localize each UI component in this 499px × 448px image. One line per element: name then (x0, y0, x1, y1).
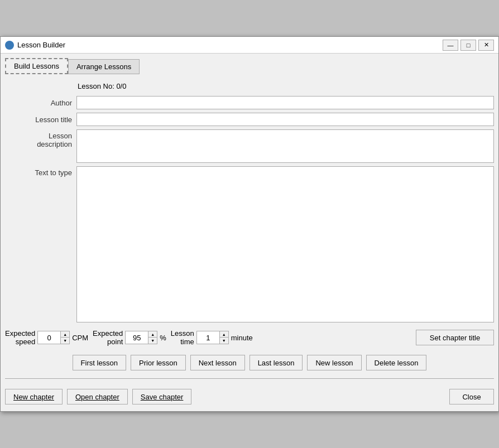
next-lesson-button[interactable]: Next lesson (190, 355, 245, 370)
tab-build-lessons[interactable]: Build Lessons (5, 58, 68, 74)
lesson-time-group: Lesson time ▲ ▼ minute (171, 329, 253, 346)
last-lesson-label: Last lesson (258, 359, 295, 367)
cpm-label: CPM (72, 334, 88, 342)
close-button-wrapper: Close (449, 389, 494, 404)
main-window: Lesson Builder — □ ✕ Build Lessons Arran… (0, 36, 499, 412)
new-lesson-button[interactable]: New lesson (307, 355, 361, 370)
expected-speed-input[interactable] (38, 331, 60, 344)
last-lesson-button[interactable]: Last lesson (250, 355, 303, 370)
open-chapter-label: Open chapter (75, 393, 119, 401)
close-label: Close (462, 393, 481, 401)
expected-point-group: Expected point ▲ ▼ % (93, 329, 166, 346)
lesson-description-label: Lesson description (5, 129, 72, 148)
chapter-row: New chapter Open chapter Save chapter Cl… (5, 384, 494, 407)
expected-point-up-button[interactable]: ▲ (148, 331, 157, 338)
lesson-description-row: Lesson description (5, 129, 494, 163)
expected-speed-spinner-buttons: ▲ ▼ (60, 331, 69, 344)
lesson-description-input[interactable] (76, 129, 494, 163)
author-input[interactable] (76, 96, 494, 109)
delete-lesson-label: Delete lesson (375, 359, 419, 367)
expected-point-down-button[interactable]: ▼ (148, 338, 157, 344)
delete-lesson-button[interactable]: Delete lesson (366, 355, 427, 370)
lesson-no-label: Lesson No: (78, 82, 114, 90)
expected-speed-down-button[interactable]: ▼ (60, 338, 69, 344)
prior-lesson-button[interactable]: Prior lesson (131, 355, 186, 370)
set-chapter-title-button[interactable]: Set chapter title (416, 330, 494, 345)
content-area: Build Lessons Arrange Lessons Lesson No:… (1, 54, 498, 411)
text-to-type-label: Text to type (5, 166, 72, 177)
lesson-time-spinner-buttons: ▲ ▼ (219, 331, 228, 344)
expected-point-label: Expected point (93, 329, 123, 346)
prior-lesson-label: Prior lesson (139, 359, 177, 367)
close-button[interactable]: Close (449, 389, 494, 404)
lesson-time-up-button[interactable]: ▲ (219, 331, 228, 338)
tab-bar: Build Lessons Arrange Lessons (5, 58, 494, 74)
app-icon (5, 41, 14, 50)
minimize-button[interactable]: — (443, 40, 458, 51)
new-chapter-label: New chapter (13, 393, 54, 401)
tab-arrange-lessons[interactable]: Arrange Lessons (68, 59, 140, 74)
first-lesson-button[interactable]: First lesson (73, 355, 126, 370)
lesson-time-down-button[interactable]: ▼ (219, 338, 228, 344)
lesson-no-row: Lesson No: 0/0 (5, 80, 494, 93)
lesson-time-label: Lesson time (171, 329, 194, 346)
open-chapter-button[interactable]: Open chapter (67, 389, 128, 404)
expected-point-spinner-buttons: ▲ ▼ (148, 331, 157, 344)
lesson-time-input[interactable] (197, 331, 219, 344)
controls-row: Expected speed ▲ ▼ CPM Expected point ▲ (5, 326, 494, 349)
expected-speed-up-button[interactable]: ▲ (60, 331, 69, 338)
window-title: Lesson Builder (17, 41, 443, 49)
expected-speed-label: Expected speed (5, 329, 35, 346)
expected-speed-group: Expected speed ▲ ▼ CPM (5, 329, 88, 346)
author-row: Author (5, 96, 494, 109)
author-label: Author (5, 99, 72, 107)
lesson-time-spinner: ▲ ▼ (196, 331, 229, 344)
new-lesson-label: New lesson (315, 359, 353, 367)
next-lesson-label: Next lesson (199, 359, 237, 367)
text-to-type-input[interactable] (76, 166, 494, 322)
lesson-no-value: 0/0 (116, 82, 126, 90)
expected-point-spinner: ▲ ▼ (125, 331, 157, 344)
minute-label: minute (231, 334, 253, 342)
lesson-title-input[interactable] (76, 113, 494, 126)
maximize-button[interactable]: □ (460, 40, 476, 51)
new-chapter-button[interactable]: New chapter (5, 389, 63, 404)
divider (5, 378, 494, 379)
expected-point-input[interactable] (126, 331, 148, 344)
lesson-nav-row: First lesson Prior lesson Next lesson La… (5, 353, 494, 373)
save-chapter-button[interactable]: Save chapter (132, 389, 192, 404)
text-to-type-row: Text to type (5, 166, 494, 322)
save-chapter-label: Save chapter (141, 393, 184, 401)
lesson-title-row: Lesson title (5, 113, 494, 126)
percent-label: % (160, 334, 166, 342)
lesson-title-label: Lesson title (5, 115, 72, 124)
title-bar: Lesson Builder — □ ✕ (1, 37, 498, 54)
expected-speed-spinner: ▲ ▼ (37, 331, 70, 344)
title-bar-controls: — □ ✕ (443, 40, 494, 51)
first-lesson-label: First lesson (81, 359, 118, 367)
close-window-button[interactable]: ✕ (478, 40, 494, 51)
